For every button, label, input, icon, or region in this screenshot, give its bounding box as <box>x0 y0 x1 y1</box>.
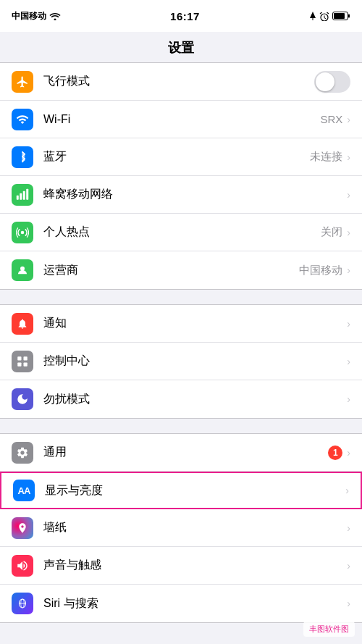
row-general[interactable]: 通用 1 › <box>0 434 362 472</box>
status-time: 16:17 <box>170 10 200 22</box>
display-icon-text: AA <box>18 485 30 496</box>
airplane-label: 飞行模式 <box>43 74 314 89</box>
svg-rect-10 <box>17 356 21 360</box>
svg-rect-7 <box>26 188 28 199</box>
settings-container: 飞行模式 Wi-Fi SRX › 蓝牙 <box>0 62 362 643</box>
svg-rect-5 <box>20 193 22 199</box>
row-display[interactable]: AA 显示与亮度 › <box>0 472 362 509</box>
svg-rect-3 <box>334 13 345 19</box>
settings-section-1: 飞行模式 Wi-Fi SRX › 蓝牙 <box>0 62 362 290</box>
wifi-label: Wi-Fi <box>43 113 320 126</box>
siri-icon <box>12 593 33 614</box>
row-dnd[interactable]: 勿扰模式 › <box>0 380 362 418</box>
wifi-value: SRX <box>320 113 342 125</box>
wifi-icon <box>49 12 61 20</box>
status-left: 中国移动 <box>12 10 61 22</box>
row-wifi[interactable]: Wi-Fi SRX › <box>0 101 362 138</box>
row-airplane[interactable]: 飞行模式 <box>0 63 362 101</box>
row-sound[interactable]: 声音与触感 › <box>0 547 362 585</box>
display-icon: AA <box>13 480 35 501</box>
dnd-label: 勿扰模式 <box>43 392 347 407</box>
alarm-icon <box>319 12 329 21</box>
siri-label: Siri 与搜索 <box>43 596 347 611</box>
bluetooth-label: 蓝牙 <box>43 149 310 164</box>
notifications-svg <box>17 317 28 330</box>
svg-rect-4 <box>17 195 19 199</box>
general-label: 通用 <box>43 445 328 460</box>
row-control[interactable]: 控制中心 › <box>0 343 362 380</box>
row-carrier[interactable]: 运营商 中国移动 › <box>0 251 362 289</box>
display-chevron: › <box>345 485 349 496</box>
airplane-toggle[interactable] <box>314 71 350 93</box>
bluetooth-icon <box>12 146 33 168</box>
toggle-knob <box>316 72 334 91</box>
carrier-chevron: › <box>347 264 350 276</box>
svg-rect-2 <box>348 14 350 18</box>
dnd-chevron: › <box>347 393 350 405</box>
status-bar: 中国移动 16:17 <box>0 0 362 32</box>
general-chevron: › <box>347 447 350 459</box>
cellular-chevron: › <box>347 189 350 201</box>
general-badge: 1 <box>328 446 342 460</box>
notifications-chevron: › <box>347 318 350 330</box>
wallpaper-svg <box>17 522 28 534</box>
watermark: 丰图软件图 <box>303 622 355 637</box>
wallpaper-label: 墙纸 <box>43 520 347 535</box>
dnd-icon <box>12 388 33 410</box>
hotspot-chevron: › <box>347 227 350 238</box>
carrier-svg <box>16 264 29 277</box>
row-siri[interactable]: Siri 与搜索 › <box>0 585 362 622</box>
svg-point-9 <box>20 267 25 271</box>
svg-rect-12 <box>17 362 21 366</box>
carrier-value: 中国移动 <box>299 264 342 277</box>
hotspot-icon <box>12 222 33 243</box>
carrier-text: 中国移动 <box>12 10 46 22</box>
general-icon <box>12 442 33 464</box>
wallpaper-icon <box>12 517 33 539</box>
control-label: 控制中心 <box>43 354 347 369</box>
bluetooth-svg <box>17 151 28 164</box>
carrier-icon <box>12 259 33 281</box>
svg-point-8 <box>21 230 25 234</box>
notifications-icon <box>12 313 33 335</box>
page-title: 设置 <box>0 39 362 57</box>
row-wallpaper[interactable]: 墙纸 › <box>0 509 362 547</box>
control-svg <box>16 355 29 368</box>
location-icon <box>309 12 316 20</box>
svg-rect-6 <box>23 191 25 199</box>
airplane-svg <box>16 75 29 88</box>
wifi-settings-icon <box>12 109 33 130</box>
settings-section-3: 通用 1 › AA 显示与亮度 › 墙纸 › <box>0 433 362 623</box>
cellular-label: 蜂窝移动网络 <box>43 187 342 202</box>
general-svg <box>16 446 29 459</box>
hotspot-svg <box>16 226 29 239</box>
row-notifications[interactable]: 通知 › <box>0 305 362 343</box>
svg-rect-11 <box>24 356 28 360</box>
sound-icon <box>12 555 33 577</box>
display-label: 显示与亮度 <box>45 483 345 498</box>
svg-rect-13 <box>24 362 28 366</box>
control-chevron: › <box>347 356 350 367</box>
hotspot-label: 个人热点 <box>43 225 321 240</box>
cellular-icon <box>12 184 33 206</box>
sound-svg <box>16 559 29 572</box>
hotspot-value: 关闭 <box>321 225 342 239</box>
dnd-svg <box>16 393 29 406</box>
cellular-svg <box>16 188 29 201</box>
control-icon <box>12 351 33 372</box>
bluetooth-value: 未连接 <box>310 150 342 164</box>
bluetooth-chevron: › <box>347 151 350 163</box>
siri-svg <box>16 597 29 610</box>
status-right <box>309 12 350 21</box>
carrier-label: 运营商 <box>43 263 299 278</box>
wallpaper-chevron: › <box>347 522 350 534</box>
battery-icon <box>332 12 350 20</box>
row-hotspot[interactable]: 个人热点 关闭 › <box>0 214 362 251</box>
wifi-settings-svg <box>16 113 29 126</box>
siri-chevron: › <box>347 598 350 609</box>
notifications-label: 通知 <box>43 316 347 331</box>
settings-section-2: 通知 › 控制中心 › 勿扰模式 › <box>0 304 362 419</box>
row-cellular[interactable]: 蜂窝移动网络 › <box>0 176 362 214</box>
sound-label: 声音与触感 <box>43 558 347 573</box>
row-bluetooth[interactable]: 蓝牙 未连接 › <box>0 138 362 176</box>
